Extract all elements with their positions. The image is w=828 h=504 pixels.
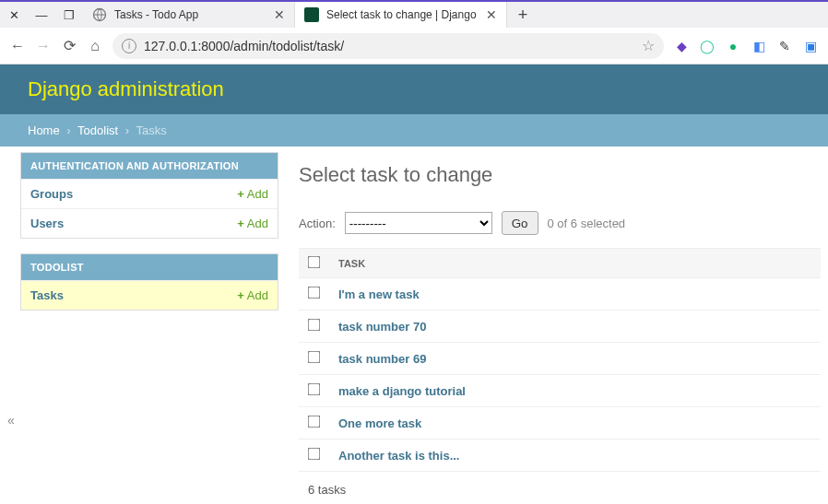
- sidebar-add-link[interactable]: +Add: [237, 217, 268, 230]
- url-input[interactable]: [144, 39, 634, 53]
- plus-icon: +: [237, 288, 244, 302]
- admin-header: Django administration: [0, 64, 828, 114]
- task-link[interactable]: task number 70: [338, 320, 426, 334]
- table-row: task number 69: [299, 343, 821, 375]
- page-title: Select task to change: [299, 163, 821, 187]
- window-restore-icon[interactable]: ❐: [55, 2, 83, 28]
- admin-main: Select task to change Action: --------- …: [290, 147, 828, 504]
- table-row: task number 70: [299, 311, 821, 343]
- task-link[interactable]: Another task is this...: [338, 449, 459, 463]
- row-select-checkbox[interactable]: [308, 416, 321, 428]
- breadcrumb-home[interactable]: Home: [28, 123, 60, 137]
- paginator: 6 tasks: [299, 472, 821, 504]
- nav-reload-icon[interactable]: ⟳: [61, 37, 77, 54]
- selection-counter: 0 of 6 selected: [548, 217, 626, 230]
- table-row: I'm a new task: [299, 278, 821, 311]
- svg-rect-2: [304, 7, 319, 22]
- browser-tab-title: Tasks - Todo App: [114, 8, 266, 21]
- sidebar-add-link[interactable]: +Add: [237, 288, 268, 302]
- breadcrumb-app[interactable]: Todolist: [77, 123, 118, 137]
- tab-close-icon[interactable]: ✕: [486, 7, 497, 22]
- browser-tab-title: Select task to change | Django: [326, 8, 479, 21]
- new-tab-button[interactable]: +: [507, 2, 538, 28]
- browser-tab-inactive[interactable]: Tasks - Todo App ✕: [83, 2, 295, 28]
- extension-icon[interactable]: ●: [725, 38, 741, 54]
- table-row: make a django tutorial: [299, 375, 821, 407]
- tab-close-icon[interactable]: ✕: [274, 7, 285, 22]
- sidebar-module-header: TODOLIST: [21, 254, 278, 280]
- window-close-icon[interactable]: ✕: [0, 2, 28, 28]
- task-link[interactable]: One more task: [338, 416, 421, 430]
- url-bar[interactable]: i ☆: [112, 33, 664, 59]
- sidebar-add-link[interactable]: +Add: [237, 187, 268, 201]
- row-select-checkbox[interactable]: [308, 383, 321, 396]
- action-select[interactable]: ---------: [345, 212, 492, 234]
- row-select-checkbox[interactable]: [308, 351, 321, 364]
- breadcrumb: Home › Todolist › Tasks: [0, 114, 828, 147]
- plus-icon: +: [237, 217, 244, 230]
- browser-tab-active[interactable]: Select task to change | Django ✕: [295, 2, 507, 28]
- action-label: Action:: [299, 217, 336, 230]
- nav-home-icon[interactable]: ⌂: [87, 38, 103, 54]
- sidebar-item-tasks: Tasks +Add: [21, 280, 278, 310]
- bookmark-star-icon[interactable]: ☆: [642, 37, 655, 54]
- breadcrumb-separator-icon: ›: [125, 123, 129, 137]
- nav-back-icon[interactable]: ←: [9, 38, 26, 54]
- sidebar-model-link[interactable]: Tasks: [30, 288, 64, 302]
- task-link[interactable]: I'm a new task: [338, 287, 420, 301]
- breadcrumb-separator-icon: ›: [66, 123, 70, 137]
- breadcrumb-current: Tasks: [136, 123, 166, 137]
- column-header-select-all: [299, 249, 329, 278]
- nav-forward-icon[interactable]: →: [35, 38, 52, 54]
- sidebar-module-header: AUTHENTICATION AND AUTHORIZATION: [21, 153, 278, 179]
- extension-icon[interactable]: ✎: [776, 38, 793, 54]
- column-header-task[interactable]: TASK: [329, 249, 821, 278]
- window-minimize-icon[interactable]: ―: [28, 2, 55, 28]
- task-link[interactable]: make a django tutorial: [338, 384, 466, 398]
- site-info-icon[interactable]: i: [122, 39, 136, 53]
- sidebar-item-users: Users +Add: [21, 208, 278, 238]
- sidebar-module-auth: AUTHENTICATION AND AUTHORIZATION Groups …: [20, 152, 278, 239]
- table-row: One more task: [299, 407, 821, 440]
- plus-icon: +: [237, 187, 244, 201]
- row-select-checkbox[interactable]: [308, 319, 321, 332]
- table-row: Another task is this...: [299, 440, 821, 472]
- globe-icon: [92, 7, 107, 22]
- extension-icon[interactable]: ▣: [802, 38, 819, 54]
- extension-icons: ◆ ◯ ● ◧ ✎ ▣: [673, 38, 819, 54]
- row-select-checkbox[interactable]: [308, 448, 321, 461]
- sidebar-item-groups: Groups +Add: [21, 179, 278, 208]
- sidebar-module-todolist: TODOLIST Tasks +Add: [20, 253, 278, 311]
- changelist-table: TASK I'm a new tasktask number 70task nu…: [299, 248, 821, 472]
- extension-icon[interactable]: ◆: [673, 38, 690, 54]
- changelist-actions: Action: --------- Go 0 of 6 selected: [299, 211, 821, 235]
- browser-toolbar: ← → ⟳ ⌂ i ☆ ◆ ◯ ● ◧ ✎ ▣: [0, 28, 828, 64]
- django-favicon-icon: [304, 7, 319, 22]
- row-select-checkbox[interactable]: [308, 287, 321, 299]
- task-link[interactable]: task number 69: [338, 352, 426, 366]
- extension-icon[interactable]: ◧: [751, 38, 767, 54]
- sidebar-model-link[interactable]: Groups: [30, 187, 73, 201]
- extension-icon[interactable]: ◯: [699, 38, 716, 54]
- action-go-button[interactable]: Go: [502, 211, 538, 235]
- sidebar-model-link[interactable]: Users: [30, 217, 64, 230]
- sidebar-collapse-icon[interactable]: «: [7, 413, 15, 428]
- admin-sidebar: AUTHENTICATION AND AUTHORIZATION Groups …: [20, 152, 278, 504]
- admin-brand: Django administration: [28, 77, 224, 100]
- window-tabstrip: ✕ ― ❐ Tasks - Todo App ✕ Select task to …: [0, 0, 828, 28]
- select-all-checkbox[interactable]: [308, 256, 321, 269]
